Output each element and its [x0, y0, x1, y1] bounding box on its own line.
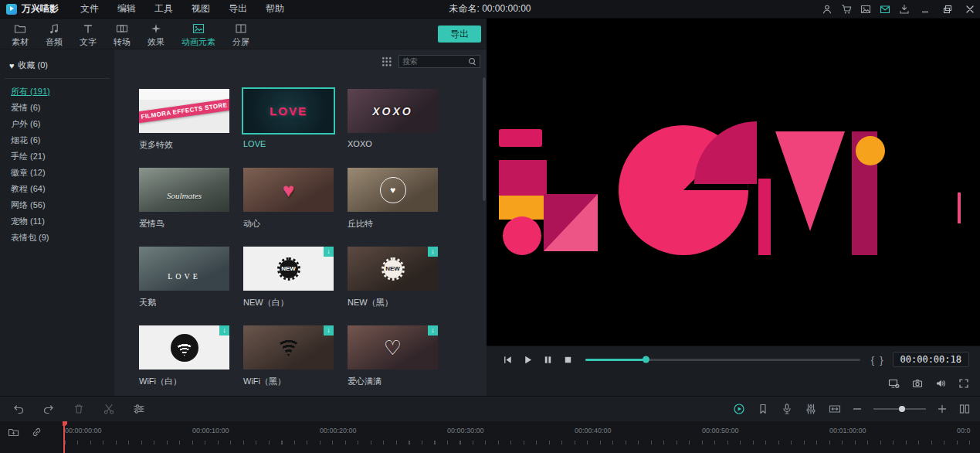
- sidebar-category[interactable]: 户外 (6): [0, 116, 114, 132]
- timeline-zoom-slider[interactable]: [873, 408, 926, 410]
- ribbon-tabs: 素材 音频 文字 转场 效果: [0, 19, 487, 49]
- tab-transition[interactable]: 转场: [105, 19, 139, 49]
- download-icon[interactable]: ↓: [219, 325, 229, 335]
- download-icon[interactable]: ↓: [428, 325, 438, 335]
- sidebar-category[interactable]: 表情包 (9): [0, 230, 114, 246]
- audio-mixer-icon[interactable]: [805, 403, 817, 415]
- tab-audio[interactable]: 音频: [37, 19, 71, 49]
- thumbnail-art: LOVE: [168, 272, 201, 281]
- favorites-label: 收藏 (0): [19, 60, 49, 71]
- category-sidebar: ♥ 收藏 (0) 所有 (191)爱情 (6)户外 (6)烟花 (6)手绘 (2…: [0, 49, 114, 396]
- render-preview-icon[interactable]: [733, 403, 745, 415]
- element-new-black[interactable]: NEW ↓ NEW（黑）: [348, 247, 438, 308]
- element-label: WiFi（黑）: [243, 376, 334, 387]
- zoom-slider-handle[interactable]: [899, 406, 905, 412]
- search-icon[interactable]: [468, 57, 476, 66]
- download-icon[interactable]: ↓: [324, 247, 334, 257]
- panel-layout-icon[interactable]: [958, 403, 971, 415]
- search-input[interactable]: [402, 57, 468, 66]
- preview-stage: [487, 19, 980, 346]
- sidebar-category[interactable]: 徽章 (12): [0, 165, 114, 181]
- download-manager-icon[interactable]: [895, 0, 913, 19]
- timeline-ruler[interactable]: 00:00:00:0000:00:10:0000:00:20:0000:00:3…: [62, 421, 980, 453]
- menu-item[interactable]: 帮助: [266, 2, 284, 15]
- tab-text[interactable]: 文字: [71, 19, 105, 49]
- shop-icon[interactable]: [837, 0, 855, 19]
- element-xoxo[interactable]: XOXO ↓ XOXO: [348, 89, 438, 151]
- close-button[interactable]: [959, 0, 980, 19]
- sidebar-category[interactable]: 爱情 (6): [0, 100, 114, 116]
- stop-button[interactable]: [558, 349, 578, 370]
- zoom-to-fit-icon[interactable]: [829, 403, 841, 415]
- element-heart[interactable]: ♥ ↓ 动心: [243, 168, 334, 230]
- display-settings-icon[interactable]: [888, 378, 900, 389]
- snapshot-icon[interactable]: [912, 378, 923, 389]
- play-button[interactable]: [517, 349, 537, 370]
- seek-handle[interactable]: [643, 356, 649, 363]
- volume-icon[interactable]: [935, 378, 946, 389]
- tab-effects[interactable]: 效果: [139, 19, 173, 49]
- elements-grid: FILMORA EFFECTS STORE ↓ 更多特效 LOVE ↓ LOVE: [114, 73, 487, 396]
- adjust-settings-icon[interactable]: [133, 403, 145, 415]
- undo-icon[interactable]: [12, 403, 25, 415]
- gallery-icon[interactable]: [856, 0, 874, 19]
- zoom-out-icon[interactable]: [853, 404, 862, 414]
- playhead[interactable]: [63, 421, 65, 453]
- delete-icon[interactable]: [73, 403, 85, 415]
- element-heart-full[interactable]: ♡ ↓ 爱心满满: [348, 325, 438, 387]
- pause-button[interactable]: [537, 349, 558, 370]
- element-thumbnail: ♥ ↓: [348, 168, 438, 212]
- thumbnail-art: [171, 334, 198, 362]
- element-wifi-black[interactable]: ↓ WiFi（黑）: [243, 325, 334, 387]
- element-birds[interactable]: Soulmates ↓ 爱情鸟: [139, 168, 229, 230]
- sidebar-category[interactable]: 教程 (64): [0, 181, 114, 197]
- mark-out-button[interactable]: }: [880, 354, 883, 366]
- tab-icon: [235, 22, 247, 35]
- menu-item[interactable]: 导出: [229, 2, 247, 15]
- tab-split[interactable]: 分屏: [224, 19, 258, 49]
- snap-link-icon[interactable]: [31, 427, 42, 438]
- sidebar-category[interactable]: 所有 (191): [0, 83, 114, 100]
- element-love[interactable]: LOVE ↓ LOVE: [243, 89, 334, 151]
- marker-icon[interactable]: [757, 403, 769, 415]
- user-account-icon[interactable]: [818, 0, 836, 19]
- preview-seekbar[interactable]: [585, 359, 860, 361]
- tab-elements[interactable]: 动画元素: [173, 19, 224, 49]
- record-voiceover-icon[interactable]: [781, 403, 793, 415]
- element-store[interactable]: FILMORA EFFECTS STORE ↓ 更多特效: [139, 89, 229, 151]
- sidebar-category[interactable]: 烟花 (6): [0, 132, 114, 148]
- sidebar-category[interactable]: 手绘 (21): [0, 148, 114, 165]
- download-icon[interactable]: ↓: [324, 325, 334, 335]
- previous-frame-button[interactable]: [497, 349, 517, 370]
- menu-item[interactable]: 视图: [192, 2, 210, 15]
- minimize-button[interactable]: [914, 0, 935, 19]
- fullscreen-icon[interactable]: [958, 378, 969, 389]
- manage-tracks-icon[interactable]: [8, 427, 19, 438]
- redo-icon[interactable]: [42, 403, 55, 415]
- sidebar-category[interactable]: 网络 (56): [0, 197, 114, 213]
- library-scrollbar[interactable]: [483, 77, 486, 201]
- element-label: 动心: [243, 218, 334, 230]
- sidebar-category[interactable]: 宠物 (11): [0, 213, 114, 230]
- ruler-timecode: 00:0: [957, 427, 980, 434]
- thumbnail-art: [277, 339, 300, 356]
- export-button[interactable]: 导出: [438, 26, 481, 43]
- menu-item[interactable]: 工具: [154, 2, 173, 15]
- download-icon[interactable]: ↓: [428, 247, 438, 257]
- element-cupid[interactable]: ♥ ↓ 丘比特: [348, 168, 438, 230]
- element-new-white[interactable]: NEW ↓ NEW（白）: [243, 247, 334, 308]
- split-scissors-icon[interactable]: [103, 403, 115, 415]
- element-swan[interactable]: LOVE ↓ 天鹅: [139, 247, 229, 308]
- messages-icon[interactable]: [876, 0, 894, 19]
- zoom-in-icon[interactable]: [938, 404, 947, 414]
- titlebar-icons: [818, 0, 980, 19]
- menu-item[interactable]: 文件: [80, 2, 99, 15]
- mark-in-button[interactable]: {: [871, 354, 874, 366]
- grid-view-icon[interactable]: [381, 56, 392, 66]
- tab-media[interactable]: 素材: [3, 19, 37, 49]
- favorites-entry[interactable]: ♥ 收藏 (0): [9, 60, 114, 71]
- element-wifi-white[interactable]: ↓ WiFi（白）: [139, 325, 229, 387]
- mark-in-out: { }: [871, 354, 883, 366]
- menu-item[interactable]: 编辑: [117, 2, 136, 15]
- restore-button[interactable]: [937, 0, 958, 19]
